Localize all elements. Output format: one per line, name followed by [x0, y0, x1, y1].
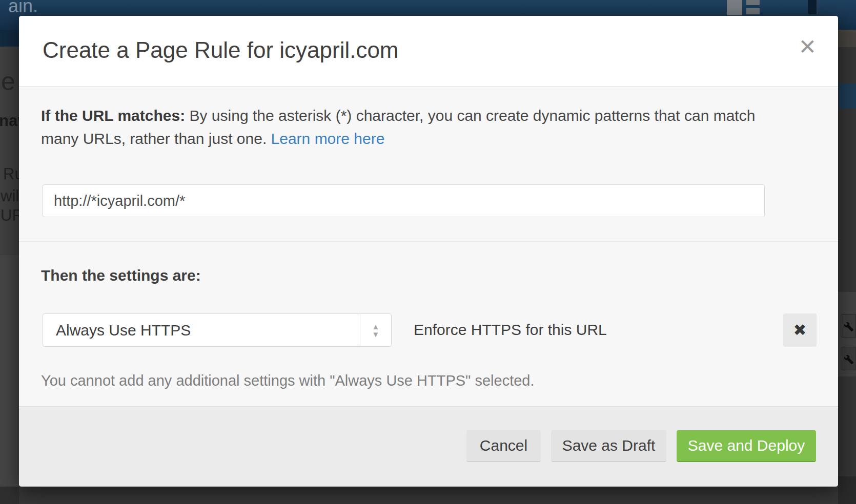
url-match-label: If the URL matches:: [41, 107, 185, 124]
modal-footer: Cancel Save as Draft Save and Deploy: [19, 406, 838, 487]
wrench-icon: [841, 314, 856, 338]
dimmed-page-left-strip: e nav Ru will UR: [0, 30, 19, 504]
modal-header: Create a Page Rule for icyapril.com ✕: [19, 16, 838, 86]
apps-grid-icon-block: [727, 0, 742, 15]
setting-description: Enforce HTTPS for this URL: [414, 321, 607, 339]
chevron-up-icon: ▲: [372, 323, 380, 330]
dimmed-text-fragment: will: [1, 187, 19, 205]
dimmed-page-bottom: [19, 487, 838, 504]
dimmed-lowband: [0, 255, 19, 487]
dimmed-text-fragment: Ru: [3, 165, 19, 183]
navbar-icon-fragment: [808, 0, 818, 14]
chevron-down-icon: ▼: [372, 330, 380, 338]
modal-title: Create a Page Rule for icyapril.com: [43, 37, 399, 63]
setting-select[interactable]: Always Use HTTPS ▲ ▼: [43, 313, 392, 347]
dimmed-navband: [0, 30, 19, 47]
remove-x-icon: ✖: [793, 321, 807, 340]
dimmed-text-fragment: UR: [1, 206, 19, 225]
dimmed-domain-text-fragment: ain.: [8, 0, 38, 17]
save-as-draft-button[interactable]: Save as Draft: [551, 430, 666, 462]
url-match-description: If the URL matches: By using the asteris…: [41, 104, 760, 150]
dimmed-text-fragment: e: [1, 67, 15, 96]
dimmed-blue-button-fragment: [839, 83, 856, 109]
close-icon[interactable]: ✕: [799, 36, 817, 58]
save-and-deploy-button[interactable]: Save and Deploy: [677, 430, 816, 462]
dimmed-bottom-band: [838, 476, 856, 504]
dimmed-page-right-strip: [838, 30, 856, 504]
dimmed-warmband: [838, 30, 856, 47]
remove-setting-button[interactable]: ✖: [783, 313, 817, 347]
dimmed-text-fragment: nav: [0, 112, 19, 130]
dimmed-botband: [0, 487, 19, 504]
modal-body: If the URL matches: By using the asteris…: [19, 86, 838, 406]
learn-more-link[interactable]: Learn more here: [271, 130, 385, 147]
page-rule-modal-screen: ain. e nav Ru will UR Create a Page: [0, 0, 856, 504]
apps-grid-icon-bar: [746, 0, 760, 5]
apps-grid-icon: [722, 0, 763, 15]
apps-grid-icon-bar: [746, 8, 760, 14]
create-page-rule-modal: Create a Page Rule for icyapril.com ✕ If…: [19, 16, 838, 487]
setting-note: You cannot add any additional settings w…: [41, 372, 535, 389]
settings-heading: Then the settings are:: [41, 267, 201, 284]
cancel-button[interactable]: Cancel: [466, 430, 541, 462]
setting-select-value: Always Use HTTPS: [56, 314, 191, 346]
section-divider: [19, 241, 838, 242]
wrench-icon: [841, 347, 856, 370]
url-pattern-input[interactable]: [43, 184, 765, 217]
select-stepper: ▲ ▼: [360, 314, 391, 346]
